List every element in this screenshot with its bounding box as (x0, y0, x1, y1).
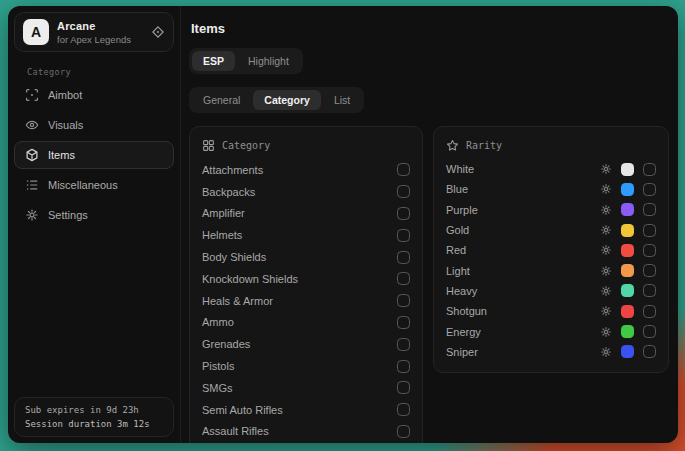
rarity-checkbox[interactable] (643, 183, 656, 196)
rarity-row: White (446, 159, 656, 179)
subscription-info: Sub expires in 9d 23h Session duration 3… (14, 397, 174, 437)
rarity-settings-gear-icon[interactable] (600, 224, 612, 236)
category-row-label: SMGs (202, 382, 233, 394)
category-row-label: Attachments (202, 164, 263, 176)
rarity-row-label: Red (446, 244, 591, 256)
rarity-settings-gear-icon[interactable] (600, 326, 612, 338)
mode-toggle-option[interactable]: ESP (192, 51, 235, 71)
category-row: SMGs (202, 377, 410, 399)
mode-toggle-option[interactable]: Highlight (237, 51, 300, 71)
tab[interactable]: Category (253, 90, 321, 110)
category-row-label: Body Shields (202, 251, 266, 263)
rarity-settings-gear-icon[interactable] (600, 204, 612, 216)
category-checkbox[interactable] (397, 425, 410, 438)
rarity-row-label: Gold (446, 224, 591, 236)
rarity-checkbox[interactable] (643, 325, 656, 338)
rarity-row-label: White (446, 163, 591, 175)
rarity-settings-gear-icon[interactable] (600, 285, 612, 297)
rarity-color-swatch[interactable] (621, 244, 634, 257)
sidebar-item[interactable]: Visuals (14, 111, 174, 139)
rarity-checkbox[interactable] (643, 284, 656, 297)
category-row-label: Helmets (202, 229, 242, 241)
rarity-row: Red (446, 240, 656, 260)
rarity-color-swatch[interactable] (621, 224, 634, 237)
category-panel: Category Attachments Backpacks Amplifier (189, 126, 423, 443)
category-row: Helmets (202, 224, 410, 246)
sidebar-item[interactable]: Aimbot (14, 81, 174, 109)
rarity-checkbox[interactable] (643, 163, 656, 176)
page-title: Items (191, 21, 670, 36)
sidebar-item[interactable]: Settings (14, 201, 174, 229)
star-icon (446, 139, 459, 152)
arcane-window: A Arcane for Apex Legends Category (8, 6, 678, 443)
tab[interactable]: General (192, 90, 251, 110)
category-row-label: Amplifier (202, 207, 245, 219)
category-checkbox[interactable] (397, 360, 410, 373)
cube-icon (25, 148, 39, 162)
tab[interactable]: List (323, 90, 361, 110)
crosshair-icon (25, 88, 39, 102)
rarity-settings-gear-icon[interactable] (600, 183, 612, 195)
sidebar-item-label: Settings (48, 209, 88, 221)
rarity-color-swatch[interactable] (621, 264, 634, 277)
grid-icon (202, 139, 215, 152)
rarity-checkbox[interactable] (643, 203, 656, 216)
rarity-row: Blue (446, 179, 656, 199)
rarity-row: Gold (446, 220, 656, 240)
category-row-label: Heals & Armor (202, 295, 273, 307)
sidebar-item-label: Items (48, 149, 75, 161)
rarity-color-swatch[interactable] (621, 203, 634, 216)
category-row: Body Shields (202, 246, 410, 268)
rarity-settings-gear-icon[interactable] (600, 305, 612, 317)
category-checkbox[interactable] (397, 294, 410, 307)
rarity-color-swatch[interactable] (621, 305, 634, 318)
category-row: Backpacks (202, 181, 410, 203)
app-name: Arcane (57, 20, 131, 32)
rarity-row-label: Shotgun (446, 305, 591, 317)
rarity-color-swatch[interactable] (621, 325, 634, 338)
rarity-color-swatch[interactable] (621, 284, 634, 297)
rarity-row: Sniper (446, 342, 656, 362)
rarity-checkbox[interactable] (643, 264, 656, 277)
category-row: Knockdown Shields (202, 268, 410, 290)
rarity-row-label: Purple (446, 204, 591, 216)
mode-toggle: ESPHighlight (189, 48, 303, 74)
gear-icon (25, 208, 39, 222)
rarity-settings-gear-icon[interactable] (600, 244, 612, 256)
rarity-settings-gear-icon[interactable] (600, 346, 612, 358)
sidebar-item[interactable]: Miscellaneous (14, 171, 174, 199)
sidebar-item[interactable]: Items (14, 141, 174, 169)
rarity-color-swatch[interactable] (621, 163, 634, 176)
category-checkbox[interactable] (397, 272, 410, 285)
rarity-checkbox[interactable] (643, 224, 656, 237)
rarity-settings-gear-icon[interactable] (600, 163, 612, 175)
rarity-color-swatch[interactable] (621, 183, 634, 196)
sidebar-item-label: Visuals (48, 119, 83, 131)
category-checkbox[interactable] (397, 338, 410, 351)
category-row-label: Backpacks (202, 186, 255, 198)
category-checkbox[interactable] (397, 381, 410, 394)
category-panel-title: Category (222, 140, 270, 151)
rarity-checkbox[interactable] (643, 244, 656, 257)
rarity-settings-gear-icon[interactable] (600, 265, 612, 277)
category-row: Ammo (202, 312, 410, 334)
category-checkbox[interactable] (397, 316, 410, 329)
category-row: Pistols (202, 355, 410, 377)
rarity-checkbox[interactable] (643, 305, 656, 318)
sidebar: A Arcane for Apex Legends Category (8, 6, 181, 443)
category-checkbox[interactable] (397, 207, 410, 220)
category-row: Attachments (202, 159, 410, 181)
category-row-label: Ammo (202, 316, 234, 328)
app-logo: A (23, 19, 49, 45)
category-checkbox[interactable] (397, 185, 410, 198)
target-icon[interactable] (151, 25, 165, 39)
category-checkbox[interactable] (397, 251, 410, 264)
category-row: LMGs (202, 442, 410, 443)
category-checkbox[interactable] (397, 403, 410, 416)
rarity-checkbox[interactable] (643, 345, 656, 358)
category-checkbox[interactable] (397, 163, 410, 176)
rarity-row: Heavy (446, 281, 656, 301)
category-row-label: Assault Rifles (202, 425, 269, 437)
category-checkbox[interactable] (397, 229, 410, 242)
rarity-color-swatch[interactable] (621, 345, 634, 358)
